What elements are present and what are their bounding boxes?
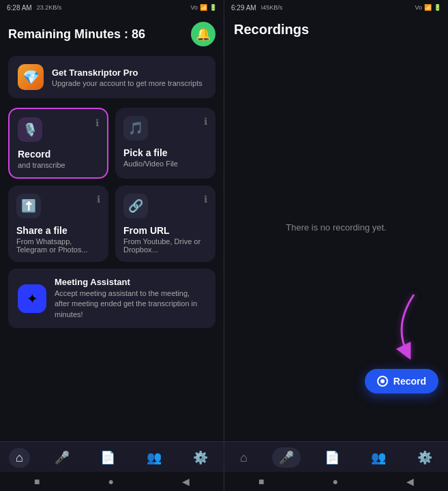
data-speed-left: 23.2KB/s <box>37 4 62 11</box>
left-phone: 6:28 AM 23.2KB/s Vo 📶 🔋 Remaining Minute… <box>0 0 224 491</box>
mic-icon-nav-right: 🎤 <box>279 450 294 465</box>
left-content: Remaining Minutes : 86 🔔 💎 Get Transkrip… <box>0 15 224 441</box>
meeting-title: Meeting Assistant <box>55 277 206 287</box>
cards-grid: 🎙️ ℹ Record and transcribe 🎵 ℹ Pick a fi… <box>8 108 215 262</box>
nav-home-left[interactable]: ⌂ <box>9 448 30 468</box>
users-icon-right: 👥 <box>371 450 386 465</box>
status-icons-right: Vo 📶 🔋 <box>415 4 441 11</box>
card-file-title: Pick a file <box>123 147 207 158</box>
card-record-title: Record <box>18 149 99 160</box>
music-icon: 🎵 <box>123 116 148 140</box>
nav-docs-left[interactable]: 📄 <box>93 447 122 468</box>
docs-icon-right: 📄 <box>325 450 340 465</box>
android-square-right[interactable]: ■ <box>258 476 264 487</box>
nav-users-right[interactable]: 👥 <box>364 447 393 468</box>
info-icon-url: ℹ <box>204 194 207 205</box>
nav-mic-left[interactable]: 🎤 <box>48 447 76 468</box>
diamond-icon: 💎 <box>18 64 44 90</box>
meeting-icon: ✦ <box>18 284 46 313</box>
meeting-text: Meeting Assistant Accept meeting assista… <box>55 277 206 320</box>
android-nav-left: ■ ● ◀ <box>0 472 224 491</box>
nav-docs-right[interactable]: 📄 <box>318 447 346 468</box>
record-dot-icon <box>377 376 388 387</box>
right-content: Recordings There is no recording yet. Re… <box>224 15 448 441</box>
info-icon-record: ℹ <box>95 117 99 128</box>
nav-settings-right[interactable]: ⚙️ <box>410 447 439 468</box>
card-url-title: From URL <box>123 225 207 236</box>
settings-icon-left: ⚙️ <box>193 450 208 465</box>
remaining-label: Remaining Minutes : <box>8 27 128 41</box>
nav-users-left[interactable]: 👥 <box>140 447 168 468</box>
right-phone: 6:29 AM I45KB/s Vo 📶 🔋 Recordings There … <box>224 0 448 491</box>
info-icon-share: ℹ <box>97 194 100 205</box>
home-icon-left: ⌂ <box>16 451 23 465</box>
card-pick-file[interactable]: 🎵 ℹ Pick a file Audio/Video File <box>115 108 215 179</box>
status-bar-right: 6:29 AM I45KB/s Vo 📶 🔋 <box>224 0 448 15</box>
upgrade-title: Get Transkriptor Pro <box>52 68 203 78</box>
nav-mic-right[interactable]: 🎤 <box>272 447 301 468</box>
card-url[interactable]: 🔗 ℹ From URL From Youtube, Drive or Drop… <box>115 185 215 262</box>
upgrade-text: Get Transkriptor Pro Upgrade your accoun… <box>52 68 203 87</box>
status-bar-left: 6:28 AM 23.2KB/s Vo 📶 🔋 <box>0 0 224 15</box>
home-icon-right: ⌂ <box>240 451 248 465</box>
bottom-nav-left: ⌂ 🎤 📄 👥 ⚙️ <box>0 441 224 472</box>
card-record[interactable]: 🎙️ ℹ Record and transcribe <box>8 108 108 179</box>
card-url-subtitle: From Youtube, Drive or Dropbox... <box>123 237 207 254</box>
nav-home-right[interactable]: ⌂ <box>233 448 254 468</box>
nav-settings-left[interactable]: ⚙️ <box>186 447 215 468</box>
upgrade-banner[interactable]: 💎 Get Transkriptor Pro Upgrade your acco… <box>8 56 215 98</box>
arrow-container <box>387 291 428 359</box>
upgrade-subtitle: Upgrade your account to get more transcr… <box>52 79 203 87</box>
record-dot-inner <box>380 379 385 383</box>
mic-icon-nav-left: 🎤 <box>55 450 70 465</box>
remaining-minutes: Remaining Minutes : 86 <box>8 27 145 42</box>
settings-icon-right: ⚙️ <box>417 450 432 465</box>
card-record-subtitle: and transcribe <box>18 161 99 169</box>
data-speed-right: I45KB/s <box>261 4 283 11</box>
meeting-description: Accept meeting assistant to the meeting,… <box>55 288 206 320</box>
status-icons-left: Vo 📶 🔋 <box>190 4 217 11</box>
bottom-nav-right: ⌂ 🎤 📄 👥 ⚙️ <box>224 441 448 472</box>
users-icon-left: 👥 <box>147 450 162 465</box>
android-back-left[interactable]: ◀ <box>182 476 190 487</box>
android-circle-left[interactable]: ● <box>108 476 113 487</box>
remaining-count: 86 <box>132 27 145 41</box>
android-nav-right: ■ ● ◀ <box>224 472 448 491</box>
card-share-title: Share a file <box>16 225 100 236</box>
docs-icon-left: 📄 <box>100 450 115 465</box>
android-circle-right[interactable]: ● <box>332 476 338 487</box>
link-icon: 🔗 <box>123 194 148 218</box>
record-label: Record <box>393 376 426 387</box>
time-right: 6:29 AM <box>231 4 256 12</box>
android-square-left[interactable]: ■ <box>34 476 40 487</box>
record-fab-button[interactable]: Record <box>365 369 438 393</box>
info-icon-file: ℹ <box>204 116 207 127</box>
meeting-banner[interactable]: ✦ Meeting Assistant Accept meeting assis… <box>8 269 215 328</box>
header-row: Remaining Minutes : 86 🔔 <box>8 22 215 46</box>
mic-icon: 🎙️ <box>18 117 42 142</box>
card-file-subtitle: Audio/Video File <box>123 160 207 168</box>
android-back-right[interactable]: ◀ <box>406 476 414 487</box>
card-share-file[interactable]: ⬆️ ℹ Share a file From Whatsapp, Telegra… <box>8 185 108 262</box>
empty-recordings-message: There is no recording yet. <box>286 222 386 233</box>
card-share-subtitle: From Whatsapp, Telegram or Photos... <box>16 237 100 254</box>
arrow-icon <box>387 291 428 359</box>
time-left: 6:28 AM <box>7 4 32 12</box>
avatar[interactable]: 🔔 <box>191 22 215 46</box>
recordings-title: Recordings <box>234 22 438 38</box>
share-icon: ⬆️ <box>16 194 41 218</box>
